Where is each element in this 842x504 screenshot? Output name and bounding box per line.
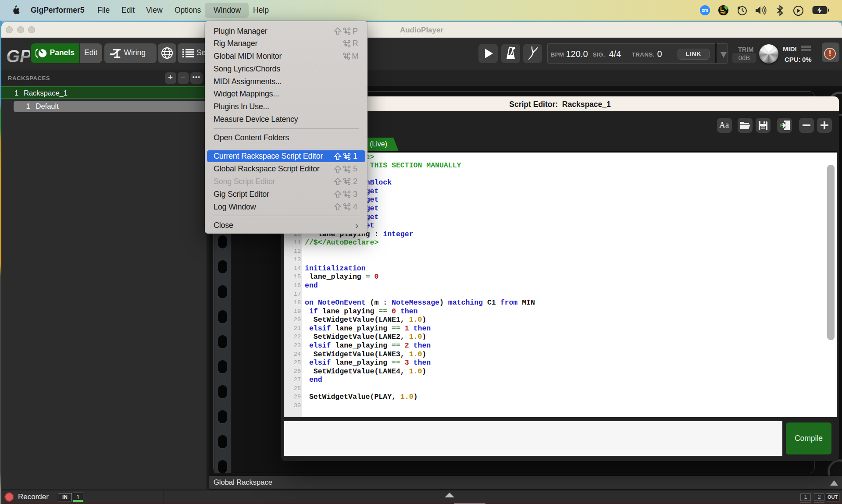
svg-text:GP: GP	[6, 46, 30, 66]
